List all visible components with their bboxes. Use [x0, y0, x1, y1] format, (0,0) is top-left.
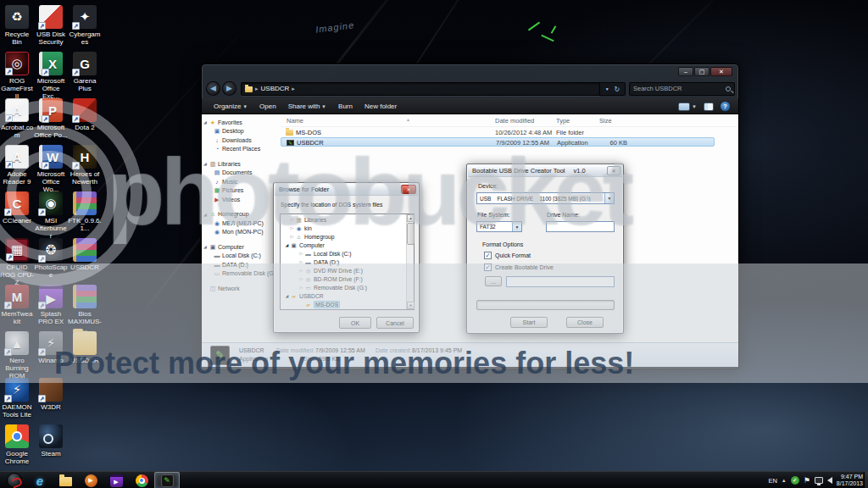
search-input[interactable]: Search USBDCR	[629, 82, 735, 96]
sidebar-item-local-disk-c-[interactable]: ▬Local Disk (C:)	[203, 252, 281, 261]
close-button[interactable]: ✕	[401, 185, 416, 194]
change-view-button[interactable]: ▼	[678, 103, 697, 111]
drive-name-input[interactable]	[546, 221, 615, 232]
tree-item-ms-dos[interactable]: ▰MS-DOS	[281, 300, 405, 308]
desktop-icon-acrobat-com[interactable]: A↗Acrobat.com	[0, 98, 34, 139]
column-header-size[interactable]: Size	[599, 117, 612, 125]
column-header-name[interactable]: Name	[287, 117, 303, 125]
desktop-icon-adobe-reader-9[interactable]: A↗Adobe Reader 9	[0, 145, 34, 186]
scrollbar-thumb[interactable]	[407, 223, 415, 245]
start-button[interactable]: Start	[510, 317, 548, 328]
expand-arrow-icon[interactable]: ◢	[203, 244, 209, 249]
start-button[interactable]	[2, 472, 27, 488]
taskbar-clock[interactable]: 9:47 PM 8/17/2013	[837, 474, 863, 488]
file-row-ms-dos[interactable]: MS-DOS10/26/2012 4:48 AMFile folder	[281, 128, 737, 137]
toolbar-item-burn[interactable]: Burn	[338, 103, 353, 110]
expand-arrow-icon[interactable]: ◢	[203, 119, 209, 125]
volume-icon[interactable]	[827, 477, 832, 484]
help-icon[interactable]: ?	[721, 102, 730, 111]
expand-arrow-icon[interactable]: ▷	[298, 251, 304, 256]
desktop-icon-usbdcr[interactable]: USBDCR	[68, 238, 102, 271]
desktop-icon-ccleaner[interactable]: C↗CCleaner	[0, 191, 34, 225]
desktop-icon-bios-maximus-[interactable]: Bios MAXIMUS-...	[68, 285, 102, 333]
safely-remove-icon[interactable]: ✓	[791, 476, 799, 485]
sidebar-item-removable-disk-g-[interactable]: ▭Removable Disk (G:)	[203, 269, 281, 279]
tree-item-kin[interactable]: ▷◉kin	[281, 224, 405, 232]
desktop-icon-heroes-of-newerth[interactable]: H↗Heroes of Newerth	[68, 145, 102, 186]
desktop-icon-microsoft-office-po-[interactable]: P↗Microsoft Office Po...	[34, 98, 68, 139]
tree-item-local-disk-c-[interactable]: ▷▬Local Disk (C:)	[281, 249, 405, 258]
desktop-icon-photoscape[interactable]: ❂↗PhotoScape	[34, 238, 68, 279]
sidebar-item-downloads[interactable]: ↓Downloads	[203, 136, 281, 145]
sidebar-item-recent-places[interactable]: ◔Recent Places	[203, 145, 281, 154]
language-indicator[interactable]: EN	[768, 477, 776, 485]
taskbar-google-chrome[interactable]	[129, 472, 154, 488]
taskbar-windows-explorer[interactable]	[53, 472, 78, 488]
sidebar-item-documents[interactable]: ▤Documents	[203, 169, 281, 178]
desktop-icon-memtweakit[interactable]: M↗MemTweakIt	[0, 285, 34, 325]
toolbar-item-new-folder[interactable]: New folder	[364, 103, 397, 110]
desktop-icon-winamp[interactable]: ⚡↗Winamp	[34, 331, 68, 364]
expand-arrow-icon[interactable]: ◢	[284, 242, 290, 247]
desktop-icon-usbdcr[interactable]: USBDCR	[68, 331, 102, 364]
close-dialog-button[interactable]: Close	[566, 317, 604, 328]
tree-scrollbar[interactable]: ▲ ▼	[406, 214, 414, 309]
desktop-icon-google-chrome[interactable]: Google Chrome	[0, 424, 34, 465]
desktop-icon-usb-disk-security[interactable]: ↗USB Disk Security	[34, 5, 68, 46]
cancel-button[interactable]: Cancel	[376, 317, 414, 329]
toolbar-item-open[interactable]: Open	[259, 103, 276, 110]
expand-arrow-icon[interactable]: ▷	[298, 285, 304, 290]
sidebar-item-mon-mon-pc-[interactable]: ◉Mon (MON-PC)	[203, 228, 281, 237]
sidebar-item-computer[interactable]: ◢▣Computer	[203, 242, 281, 252]
expand-arrow-icon[interactable]: ▷	[298, 276, 304, 281]
show-desktop-button[interactable]	[864, 472, 868, 488]
sidebar-item-favorites[interactable]: ◢★Favorites	[203, 118, 281, 127]
action-center-flag-icon[interactable]: ⚑	[804, 476, 810, 485]
desktop-icon-nero-burning-rom[interactable]: ▲↗Nero Burning ROM	[0, 331, 34, 380]
tree-item-homegroup[interactable]: ▷⌂Homegroup	[281, 232, 405, 241]
address-dropdown-icon[interactable]: ▼	[605, 86, 609, 92]
quick-format-checkbox[interactable]: ✓	[484, 252, 492, 259]
create-bootable-checkbox[interactable]: ✓	[484, 263, 492, 271]
address-bar[interactable]: ▸ USBDCR ▸	[241, 82, 600, 96]
desktop-icon-microsoft-office-wo-[interactable]: W↗Microsoft Office Wo...	[34, 145, 68, 193]
expand-arrow-icon[interactable]: ◢	[203, 161, 209, 166]
tree-item-computer[interactable]: ◢▣Computer	[281, 241, 405, 249]
sidebar-item-videos[interactable]: ▶Videos	[203, 195, 281, 204]
toolbar-item-organize[interactable]: Organize ▼	[214, 103, 248, 110]
desktop-icon-msi-afterburner[interactable]: ◉↗MSI Afterburner	[34, 191, 68, 240]
tree-item-dvd-rw-drive-e-[interactable]: ▷◎DVD RW Drive (E:)	[281, 266, 405, 274]
maximize-button[interactable]: ▢	[694, 67, 709, 76]
expand-arrow-icon[interactable]: ▷	[298, 268, 304, 273]
column-header-type[interactable]: Type	[556, 117, 570, 125]
desktop-icon-dota-2[interactable]: ↗Dota 2	[68, 98, 102, 131]
taskbar-splash-pro[interactable]: ▶	[103, 472, 129, 488]
scroll-up-icon[interactable]: ▲	[407, 214, 415, 222]
file-system-select[interactable]: FAT32 ▼	[476, 221, 522, 232]
taskbar-usbdcr-tool[interactable]: ✎	[154, 472, 180, 488]
refresh-icon[interactable]: ↻	[615, 86, 620, 93]
sidebar-item-desktop[interactable]: ▣Desktop	[203, 127, 281, 136]
tree-item-usbdcr[interactable]: ◢▰USBDCR	[281, 291, 405, 300]
desktop-icon-cpuid-rog-cpu-z[interactable]: ▦↗CPUID ROG CPU-Z	[0, 238, 34, 286]
ok-button[interactable]: OK	[339, 317, 371, 329]
expand-arrow-icon[interactable]: ▷	[289, 225, 295, 230]
scroll-down-icon[interactable]: ▼	[407, 302, 415, 309]
desktop-icon-rog-gamefirst-ii[interactable]: ◎↗ROG GameFirst II	[0, 52, 34, 100]
browse-dos-files-button[interactable]: ...	[485, 276, 502, 286]
sidebar-item-network[interactable]: ◫Network	[203, 284, 281, 293]
sidebar-item-мел-мел-pc-[interactable]: ◉МЕЛ (МЕЛ-PC)	[203, 219, 281, 228]
sidebar-item-libraries[interactable]: ◢▥Libraries	[203, 159, 281, 169]
tree-item-bd-rom-drive-f-[interactable]: ▷◎BD-ROM Drive (F:)	[281, 274, 405, 283]
desktop-icon-recycle-bin[interactable]: ♻Recycle Bin	[0, 5, 34, 46]
preview-pane-icon[interactable]	[704, 103, 714, 111]
hidden-icons-caret-icon[interactable]: ▲	[782, 478, 787, 483]
sidebar-item-data-d-[interactable]: ▬DATA (D:)	[203, 260, 281, 269]
network-icon[interactable]	[815, 477, 823, 484]
desktop-icon-cybergames[interactable]: ✦↗Cybergames	[68, 5, 102, 46]
desktop-icon-w3dr[interactable]: ↗W3DR	[34, 378, 68, 411]
device-select[interactable]: USB FLASH DRIVE 1100 [3825 MB] (G:\) ▼	[476, 192, 615, 204]
expand-arrow-icon[interactable]: ▷	[298, 259, 304, 264]
minimize-button[interactable]: –	[678, 67, 693, 76]
file-row-usbdcr[interactable]: ✎USBDCR7/9/2009 12:55 AMApplication60 KB	[281, 137, 715, 147]
